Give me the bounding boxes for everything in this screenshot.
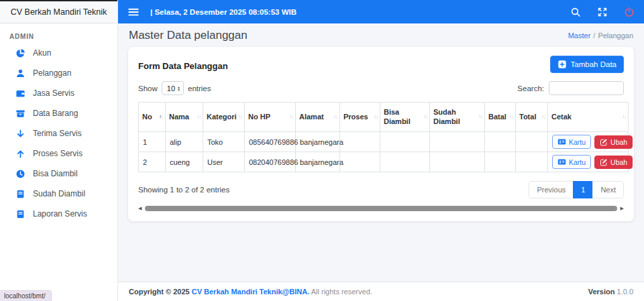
column-header-alamat[interactable]: Alamat↑↓ bbox=[296, 103, 340, 132]
sidebar-item-label: Terima Servis bbox=[33, 129, 82, 138]
topbar: | Selasa, 2 Desember 2025 08:05:53 WIB bbox=[118, 0, 644, 23]
column-header-no-hp[interactable]: No HP↑↓ bbox=[245, 103, 296, 132]
id-card-icon bbox=[557, 137, 566, 146]
sidebar-item-data-barang[interactable]: Data Barang bbox=[0, 103, 117, 123]
sidebar-item-laporan-servis[interactable]: Laporan Servis bbox=[0, 204, 117, 224]
kartu-button[interactable]: Kartu bbox=[552, 135, 591, 149]
breadcrumb-current: Pelanggan bbox=[598, 32, 633, 40]
previous-page-button[interactable]: Previous bbox=[529, 181, 574, 198]
brand-title[interactable]: CV Berkah Mandiri Teknik bbox=[0, 0, 117, 23]
column-header-batal[interactable]: Batal↑↓ bbox=[485, 103, 516, 132]
power-logout-icon[interactable] bbox=[624, 7, 635, 17]
fullscreen-expand-icon[interactable] bbox=[597, 7, 608, 17]
cell-batal bbox=[485, 132, 516, 152]
cell-bisa-diambil bbox=[380, 132, 430, 152]
sidebar-item-akun[interactable]: Akun bbox=[0, 43, 117, 63]
sidebar-item-label: Akun bbox=[33, 48, 51, 58]
main-area: | Selasa, 2 Desember 2025 08:05:53 WIB M… bbox=[118, 0, 644, 301]
search-control: Search: bbox=[517, 81, 624, 95]
sidebar-item-jasa-servis[interactable]: Jasa Servis bbox=[0, 83, 117, 103]
sort-icons: ↑↓ bbox=[197, 114, 201, 121]
cell-cetak: KartuUbah bbox=[548, 132, 629, 152]
pie-chart-icon bbox=[15, 48, 25, 58]
scrollbar-thumb[interactable] bbox=[145, 206, 616, 211]
card-header: Form Data Pelanggan Tambah Data bbox=[138, 56, 624, 73]
search-input[interactable] bbox=[549, 81, 624, 95]
sidebar-item-pelanggan[interactable]: Pelanggan bbox=[0, 63, 117, 83]
cell-proses bbox=[340, 152, 380, 172]
sort-icons: ↑↓ bbox=[289, 114, 293, 121]
data-card: Form Data Pelanggan Tambah Data Show 10 … bbox=[128, 47, 634, 221]
cell-kategori: User bbox=[203, 152, 245, 172]
sidebar-item-label: Laporan Servis bbox=[33, 209, 87, 219]
kartu-button-label: Kartu bbox=[569, 138, 586, 146]
footer-copyright: Copyright © 2025 CV Berkah Mandiri Tekni… bbox=[129, 288, 372, 296]
column-header-sudah-diambil[interactable]: Sudah Diambil↑↓ bbox=[430, 103, 485, 132]
sidebar-item-terima-servis[interactable]: Terima Servis bbox=[0, 123, 117, 143]
sidebar: CV Berkah Mandiri Teknik ADMIN Akun Pela… bbox=[0, 0, 118, 301]
sort-icons: ↑↓ bbox=[541, 114, 545, 121]
edit-pencil-icon bbox=[600, 158, 608, 166]
plus-square-icon bbox=[557, 60, 567, 69]
topbar-datetime: | Selasa, 2 Desember 2025 08:05:53 WIB bbox=[150, 8, 297, 16]
column-header-bisa-diambil[interactable]: Bisa Diambil↑↓ bbox=[380, 103, 430, 132]
sidebar-item-proses-servis[interactable]: Proses Servis bbox=[0, 143, 117, 164]
sidebar-item-label: Bisa Diambil bbox=[33, 169, 78, 178]
select-spinner-icon: ▲▼ bbox=[177, 86, 180, 91]
column-header-proses[interactable]: Proses↑↓ bbox=[340, 103, 380, 132]
sort-icons: ↑↓ bbox=[333, 114, 337, 121]
page-number-button[interactable]: 1 bbox=[573, 181, 593, 198]
entries-info: Showing 1 to 2 of 2 entries bbox=[138, 186, 229, 194]
sidebar-item-sudah-diambil[interactable]: Sudah Diambil bbox=[0, 184, 117, 204]
column-header-no[interactable]: No↑↓ bbox=[139, 103, 166, 132]
footer-company-link[interactable]: CV Berkah Mandiri Teknik@BINA. bbox=[192, 288, 310, 296]
sort-icons: ↑↓ bbox=[374, 114, 378, 121]
table-header-row: No↑↓ Nama↑↓ Kategori↑↓ No HP↑↓ Alamat↑↓ … bbox=[139, 103, 629, 132]
cell-no: 1 bbox=[139, 132, 166, 152]
column-header-total[interactable]: Total↑↓ bbox=[516, 103, 548, 132]
arrow-up-icon bbox=[15, 148, 25, 159]
column-header-nama[interactable]: Nama↑↓ bbox=[166, 103, 203, 132]
entries-length-control: Show 10 ▲▼ entries bbox=[138, 81, 211, 95]
sort-icons: ↑↓ bbox=[159, 114, 163, 121]
cell-no-hp: 082040769886 bbox=[245, 152, 296, 172]
page-header: Master Data pelanggan Master/Pelanggan bbox=[118, 23, 644, 47]
app-window: CV Berkah Mandiri Teknik ADMIN Akun Pela… bbox=[0, 0, 644, 301]
arrow-down-icon bbox=[15, 128, 25, 139]
archive-icon bbox=[15, 108, 25, 119]
breadcrumb-separator: / bbox=[593, 32, 595, 40]
id-card-icon bbox=[557, 158, 566, 166]
menu-icon[interactable] bbox=[127, 6, 140, 18]
ubah-button-label: Ubah bbox=[610, 138, 627, 146]
cell-proses bbox=[340, 132, 380, 152]
cell-kategori: Toko bbox=[203, 132, 245, 152]
add-data-button[interactable]: Tambah Data bbox=[550, 56, 624, 73]
user-icon bbox=[15, 68, 25, 78]
sidebar-item-bisa-diambil[interactable]: Bisa Diambil bbox=[0, 164, 117, 184]
column-header-cetak[interactable]: Cetak↑↓ bbox=[548, 103, 629, 132]
cell-batal bbox=[485, 152, 516, 172]
column-header-kategori[interactable]: Kategori↑↓ bbox=[203, 103, 245, 132]
next-page-button[interactable]: Next bbox=[592, 181, 624, 198]
pelanggan-table: No↑↓ Nama↑↓ Kategori↑↓ No HP↑↓ Alamat↑↓ … bbox=[138, 102, 629, 172]
horizontal-scrollbar: ◀ ▶ bbox=[138, 205, 624, 212]
breadcrumb-link-master[interactable]: Master bbox=[568, 32, 591, 40]
footer-version: Version 1.0.0 bbox=[588, 288, 633, 296]
sort-icons: ↑↓ bbox=[509, 114, 513, 121]
cell-sudah-diambil bbox=[430, 132, 485, 152]
cell-alamat: banjarnegara bbox=[296, 152, 340, 172]
ubah-button-label: Ubah bbox=[610, 158, 627, 166]
sort-icons: ↑↓ bbox=[238, 114, 242, 121]
cell-cetak: KartuUbah bbox=[548, 152, 629, 172]
scroll-right-icon[interactable]: ▶ bbox=[621, 205, 624, 212]
kartu-button[interactable]: Kartu bbox=[552, 155, 591, 169]
ubah-button[interactable]: Ubah bbox=[594, 156, 633, 169]
cell-no-hp: 085640769886 bbox=[245, 132, 296, 152]
topbar-actions bbox=[570, 7, 635, 17]
card-title: Form Data Pelanggan bbox=[138, 56, 228, 71]
entries-select[interactable]: 10 ▲▼ bbox=[162, 81, 184, 95]
ubah-button[interactable]: Ubah bbox=[594, 135, 633, 149]
sidebar-item-label: Proses Servis bbox=[33, 149, 83, 158]
search-icon[interactable] bbox=[570, 7, 581, 17]
scroll-left-icon[interactable]: ◀ bbox=[138, 205, 142, 212]
